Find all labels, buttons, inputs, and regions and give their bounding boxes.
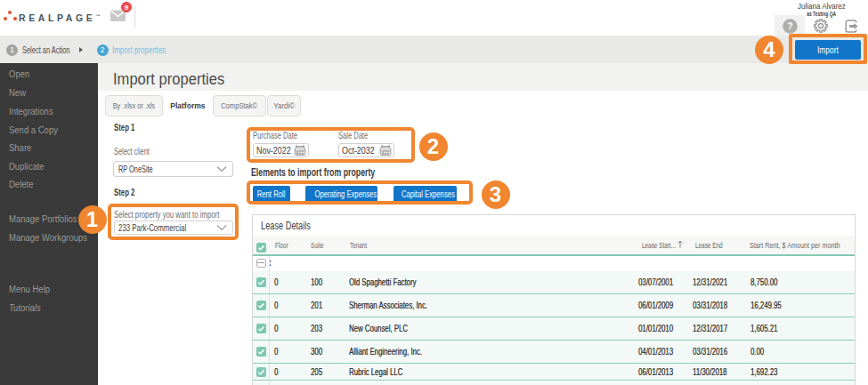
svg-text:9: 9 (124, 3, 128, 11)
svg-text:?: ? (787, 20, 792, 31)
